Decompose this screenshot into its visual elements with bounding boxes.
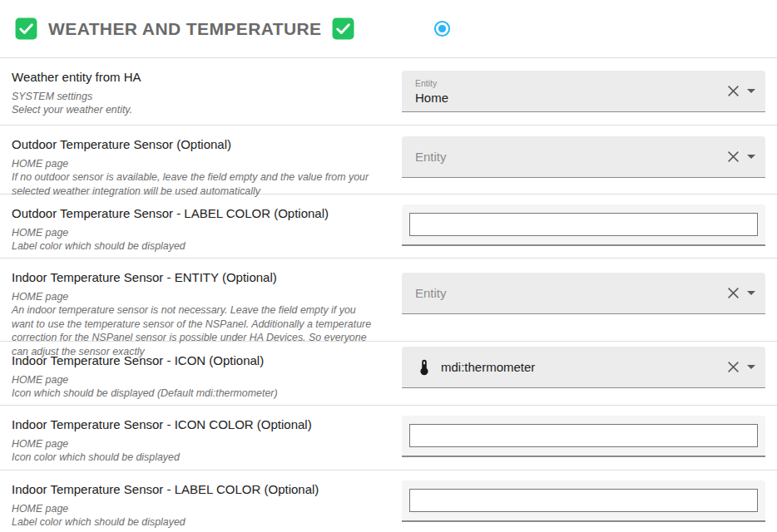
settings-page: WEATHER AND TEMPERATURE Weather entity f…	[0, 0, 777, 532]
radio-selected-icon	[433, 20, 451, 37]
setting-row-outdoor-temp-entity: Outdoor Temperature Sensor (Optional) HO…	[0, 126, 777, 195]
weather-entity-select[interactable]: Entity Home	[402, 71, 765, 112]
setting-row-indoor-label-color: Indoor Temperature Sensor - LABEL COLOR …	[0, 470, 777, 532]
setting-title: Weather entity from HA	[12, 70, 379, 84]
setting-scope: HOME page	[12, 157, 379, 170]
section-title: WEATHER AND TEMPERATURE	[48, 19, 321, 39]
setting-row-outdoor-label-color: Outdoor Temperature Sensor - LABEL COLOR…	[0, 195, 777, 259]
clear-icon[interactable]	[727, 287, 740, 299]
setting-scope: HOME page	[12, 502, 379, 515]
setting-row-indoor-icon: Indoor Temperature Sensor - ICON (Option…	[0, 342, 777, 406]
setting-description: Label color which should be displayed	[12, 515, 379, 529]
indoor-label-color-field-container	[402, 480, 765, 522]
checkbox-checked-icon	[332, 17, 354, 40]
setting-scope: HOME page	[12, 373, 379, 387]
chevron-down-icon[interactable]	[747, 365, 755, 369]
setting-title: Indoor Temperature Sensor - ENTITY (Opti…	[12, 270, 379, 284]
setting-scope: HOME page	[12, 290, 379, 303]
indoor-label-color-input[interactable]	[409, 489, 758, 512]
setting-row-weather-entity: Weather entity from HA SYSTEM settings S…	[0, 58, 777, 126]
indoor-icon-color-field-container	[402, 416, 765, 457]
chevron-down-icon[interactable]	[747, 89, 755, 93]
setting-description: Select your weather entity.	[12, 103, 379, 116]
section-header: WEATHER AND TEMPERATURE	[0, 0, 777, 58]
select-value: Home	[415, 91, 448, 105]
setting-row-indoor-temp-entity: Indoor Temperature Sensor - ENTITY (Opti…	[0, 259, 777, 342]
select-floating-label: Entity	[415, 78, 448, 88]
clear-icon[interactable]	[727, 361, 740, 373]
select-placeholder: Entity	[415, 286, 447, 300]
outdoor-label-color-input[interactable]	[409, 213, 758, 236]
setting-title: Outdoor Temperature Sensor - LABEL COLOR…	[12, 206, 379, 220]
setting-scope: HOME page	[12, 437, 379, 451]
section-enable-checkbox-right[interactable]	[332, 17, 354, 40]
clear-icon[interactable]	[727, 85, 740, 97]
section-radio-button[interactable]	[433, 20, 451, 37]
checkbox-checked-icon	[15, 17, 37, 40]
setting-row-indoor-icon-color: Indoor Temperature Sensor - ICON COLOR (…	[0, 406, 777, 470]
clear-icon[interactable]	[727, 150, 740, 163]
select-value: mdi:thermometer	[441, 360, 535, 374]
setting-title: Indoor Temperature Sensor - LABEL COLOR …	[12, 482, 379, 496]
chevron-down-icon[interactable]	[747, 155, 755, 159]
setting-scope: SYSTEM settings	[12, 90, 379, 103]
chevron-down-icon[interactable]	[747, 291, 755, 295]
select-placeholder: Entity	[415, 150, 447, 164]
setting-description: Icon color which should be displayed	[12, 451, 379, 464]
setting-scope: HOME page	[12, 226, 379, 239]
setting-description: Label color which should be displayed	[12, 239, 379, 253]
indoor-icon-select[interactable]: mdi:thermometer	[402, 347, 765, 388]
outdoor-label-color-field-container	[402, 204, 765, 246]
indoor-icon-color-input[interactable]	[409, 424, 758, 447]
thermometer-icon	[415, 358, 433, 377]
setting-title: Outdoor Temperature Sensor (Optional)	[12, 137, 379, 151]
outdoor-temp-entity-select[interactable]: Entity	[402, 136, 765, 178]
setting-title: Indoor Temperature Sensor - ICON (Option…	[12, 353, 379, 367]
setting-description: Icon which should be displayed (Default …	[12, 387, 379, 400]
section-enable-checkbox-left[interactable]	[15, 17, 37, 40]
indoor-temp-entity-select[interactable]: Entity	[402, 273, 765, 314]
setting-title: Indoor Temperature Sensor - ICON COLOR (…	[12, 417, 379, 431]
